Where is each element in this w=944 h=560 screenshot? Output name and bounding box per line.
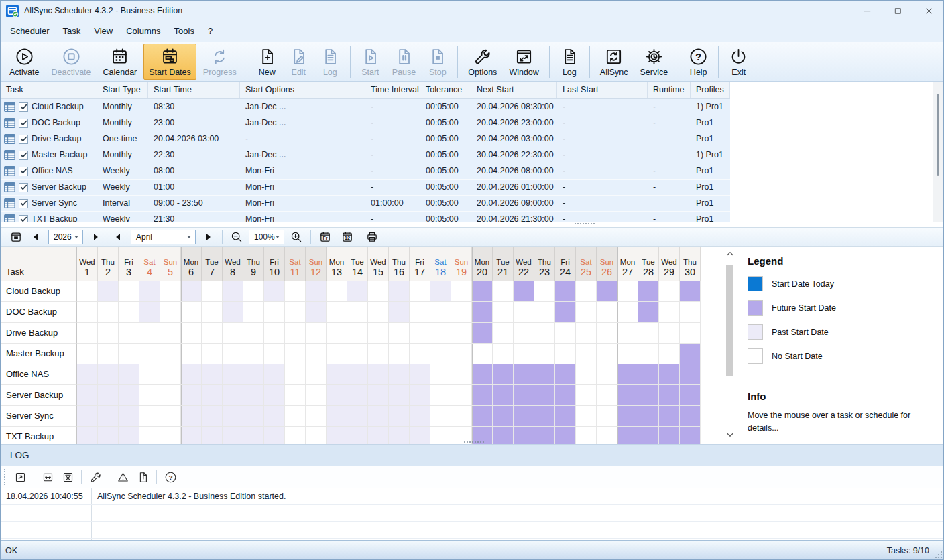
calendar-task-name[interactable]: Server Sync bbox=[1, 406, 77, 427]
schedule-cell[interactable] bbox=[243, 323, 264, 344]
schedule-cell[interactable] bbox=[410, 427, 430, 444]
schedule-cell[interactable] bbox=[243, 344, 264, 364]
schedule-cell[interactable] bbox=[410, 344, 430, 364]
schedule-cell[interactable] bbox=[493, 323, 514, 344]
schedule-cell[interactable] bbox=[451, 364, 472, 385]
schedule-cell[interactable] bbox=[368, 385, 389, 406]
print-icon[interactable] bbox=[364, 229, 380, 245]
year-select[interactable]: 2026 bbox=[48, 230, 83, 244]
schedule-cell[interactable] bbox=[680, 281, 701, 302]
menu-item-[interactable]: ? bbox=[201, 21, 219, 42]
schedule-cell[interactable] bbox=[493, 385, 514, 406]
schedule-cell[interactable] bbox=[264, 302, 285, 323]
schedule-cell[interactable] bbox=[139, 406, 160, 427]
schedule-cell[interactable] bbox=[659, 385, 680, 406]
schedule-cell[interactable] bbox=[430, 344, 451, 364]
schedule-cell[interactable] bbox=[534, 385, 555, 406]
schedule-cell[interactable] bbox=[617, 323, 638, 344]
schedule-cell[interactable] bbox=[493, 302, 514, 323]
schedule-cell[interactable] bbox=[576, 344, 597, 364]
calendar-task-name[interactable]: Office NAS bbox=[1, 364, 77, 385]
zoom-in-icon[interactable] bbox=[288, 229, 304, 245]
schedule-cell[interactable] bbox=[534, 323, 555, 344]
schedule-cell[interactable] bbox=[327, 385, 347, 406]
progress-button[interactable]: Progress bbox=[198, 44, 242, 80]
schedule-cell[interactable] bbox=[617, 406, 638, 427]
schedule-cell[interactable] bbox=[472, 323, 493, 344]
schedule-cell[interactable] bbox=[160, 427, 181, 444]
calendar-task-name[interactable]: Drive Backup bbox=[1, 323, 77, 344]
schedule-cell[interactable] bbox=[243, 281, 264, 302]
schedule-cell[interactable] bbox=[327, 344, 347, 364]
error-report-icon[interactable] bbox=[134, 468, 152, 486]
schedule-cell[interactable] bbox=[119, 364, 139, 385]
log-options-icon[interactable] bbox=[86, 468, 104, 486]
table-row[interactable]: Master BackupMonthly22:30Jan-Dec ...-00:… bbox=[1, 147, 730, 163]
close-button[interactable] bbox=[913, 0, 944, 21]
schedule-cell[interactable] bbox=[430, 323, 451, 344]
schedule-cell[interactable] bbox=[119, 344, 139, 364]
schedule-cell[interactable] bbox=[638, 281, 659, 302]
schedule-cell[interactable] bbox=[139, 344, 160, 364]
schedule-cell[interactable] bbox=[347, 323, 368, 344]
schedule-cell[interactable] bbox=[223, 302, 243, 323]
task-checkbox[interactable] bbox=[19, 199, 28, 208]
schedule-cell[interactable] bbox=[327, 281, 347, 302]
schedule-cell[interactable] bbox=[680, 406, 701, 427]
log-entry[interactable]: 18.04.2026 10:40:55AllSync Scheduler 4.3… bbox=[1, 488, 943, 505]
first-weekday-icon[interactable]: Fr bbox=[317, 229, 333, 245]
schedule-cell[interactable] bbox=[223, 427, 243, 444]
schedule-cell[interactable] bbox=[98, 406, 119, 427]
schedule-cell[interactable] bbox=[285, 364, 306, 385]
task-checkbox[interactable] bbox=[19, 151, 28, 160]
schedule-cell[interactable] bbox=[160, 323, 181, 344]
schedule-cell[interactable] bbox=[202, 281, 223, 302]
day-numbers-icon[interactable]: 12 bbox=[339, 229, 355, 245]
options-button[interactable]: Options bbox=[463, 44, 502, 80]
column-header-next_start[interactable]: Next Start bbox=[471, 82, 557, 98]
schedule-cell[interactable] bbox=[243, 427, 264, 444]
schedule-cell[interactable] bbox=[576, 281, 597, 302]
schedule-cell[interactable] bbox=[555, 302, 576, 323]
task-checkbox[interactable] bbox=[19, 102, 28, 112]
schedule-cell[interactable] bbox=[451, 385, 472, 406]
schedule-cell[interactable] bbox=[534, 281, 555, 302]
new-button[interactable]: New bbox=[252, 44, 282, 80]
zoom-select[interactable]: 100% bbox=[249, 230, 284, 244]
schedule-cell[interactable] bbox=[160, 364, 181, 385]
menu-item-task[interactable]: Task bbox=[56, 21, 88, 42]
schedule-cell[interactable] bbox=[98, 281, 119, 302]
schedule-cell[interactable] bbox=[514, 344, 534, 364]
schedule-cell[interactable] bbox=[576, 364, 597, 385]
schedule-cell[interactable] bbox=[202, 406, 223, 427]
menu-item-tools[interactable]: Tools bbox=[168, 21, 201, 42]
schedule-cell[interactable] bbox=[327, 323, 347, 344]
schedule-cell[interactable] bbox=[576, 406, 597, 427]
schedule-cell[interactable] bbox=[680, 364, 701, 385]
schedule-cell[interactable] bbox=[597, 406, 617, 427]
schedule-cell[interactable] bbox=[597, 323, 617, 344]
schedule-cell[interactable] bbox=[285, 323, 306, 344]
schedule-cell[interactable] bbox=[181, 427, 202, 444]
schedule-cell[interactable] bbox=[555, 344, 576, 364]
calendar-task-name[interactable]: Server Backup bbox=[1, 385, 77, 406]
schedule-cell[interactable] bbox=[347, 364, 368, 385]
table-row[interactable]: Server BackupWeekly01:00Mon-Fri-00:05:00… bbox=[1, 180, 730, 196]
schedule-cell[interactable] bbox=[555, 385, 576, 406]
schedule-cell[interactable] bbox=[77, 281, 98, 302]
schedule-cell[interactable] bbox=[347, 385, 368, 406]
schedule-cell[interactable] bbox=[243, 302, 264, 323]
schedule-cell[interactable] bbox=[264, 323, 285, 344]
prev-year-button[interactable] bbox=[28, 229, 44, 245]
schedule-cell[interactable] bbox=[555, 427, 576, 444]
schedule-cell[interactable] bbox=[181, 364, 202, 385]
schedule-cell[interactable] bbox=[327, 364, 347, 385]
schedule-cell[interactable] bbox=[285, 406, 306, 427]
schedule-cell[interactable] bbox=[285, 427, 306, 444]
schedule-cell[interactable] bbox=[451, 406, 472, 427]
schedule-cell[interactable] bbox=[597, 427, 617, 444]
schedule-cell[interactable] bbox=[77, 344, 98, 364]
schedule-cell[interactable] bbox=[139, 427, 160, 444]
schedule-cell[interactable] bbox=[576, 323, 597, 344]
schedule-cell[interactable] bbox=[617, 364, 638, 385]
